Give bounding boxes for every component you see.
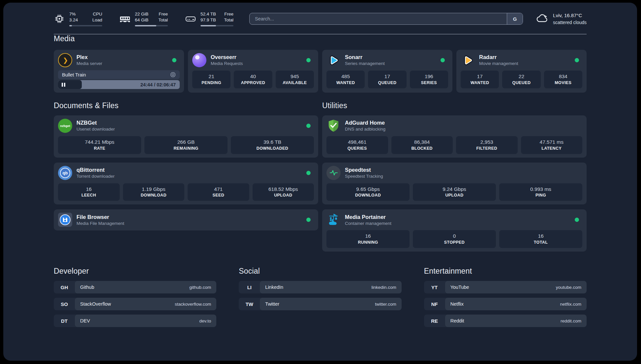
stat-ping: 0.993 ms PING xyxy=(499,183,582,201)
status-online-dot xyxy=(575,58,579,62)
app-card-sonarr[interactable]: Sonarr Series management 485 WANTED 17 Q… xyxy=(322,50,452,93)
app-card-nzbget[interactable]: nzbget NZBGet Usenet downloader 744.21 M… xyxy=(54,115,318,158)
weather-location-temp: Lviv, 16.87°C xyxy=(553,12,587,19)
sonarr-icon xyxy=(326,53,341,67)
media-card-grid: ❯ Plex Media server Bullet Train xyxy=(54,50,587,93)
cpu-label: CPU xyxy=(92,11,102,17)
app-description: Speedtest Tracking xyxy=(345,173,383,179)
memory-total-label: Total xyxy=(158,17,168,23)
cloud-icon xyxy=(535,13,549,25)
app-card-adguard[interactable]: AdGuard Home DNS and adblocking 498,461 … xyxy=(322,115,587,158)
link-youtube[interactable]: YT YouTube youtube.com xyxy=(424,281,587,293)
link-name: Netflix xyxy=(450,301,464,307)
stat-seed: 471 SEED xyxy=(188,183,249,201)
search-input[interactable] xyxy=(250,13,507,24)
section-title-developer: Developer xyxy=(54,267,216,276)
section-title-documents: Documents & Files xyxy=(54,101,318,110)
system-metrics: 7% 3.24 CPU Load xyxy=(54,11,233,26)
link-url: netflix.com xyxy=(560,302,581,307)
nzbget-icon: nzbget xyxy=(58,119,72,133)
link-twitter[interactable]: TW Twitter twitter.com xyxy=(239,298,401,310)
section-title-utilities: Utilities xyxy=(322,101,587,110)
stat-pending: 21 PENDING xyxy=(192,71,230,88)
metric-cpu: 7% 3.24 CPU Load xyxy=(54,11,102,26)
link-name: LinkedIn xyxy=(265,285,283,290)
status-online-dot xyxy=(172,58,176,62)
stat-wanted: 17 WANTED xyxy=(461,71,499,88)
app-name: Plex xyxy=(76,54,102,61)
ram-icon xyxy=(119,14,131,24)
disk-free-value: 52.4 TB xyxy=(200,11,216,17)
app-description: Media Requests xyxy=(211,61,243,67)
link-abbr-badge: RE xyxy=(424,315,445,327)
portainer-icon xyxy=(326,213,341,227)
memory-free-label: Free xyxy=(158,11,168,17)
link-url: reddit.com xyxy=(561,318,581,323)
search-engine-button[interactable]: G xyxy=(507,13,523,24)
link-name: YouTube xyxy=(450,285,469,290)
link-dev-to[interactable]: DT DEV dev.to xyxy=(54,315,216,327)
app-card-qbittorrent[interactable]: qb qBittorrent Torrent downloader 16 xyxy=(54,163,318,205)
overseerr-icon xyxy=(192,53,206,67)
pause-icon xyxy=(62,83,65,87)
stat-stopped: 0 STOPPED xyxy=(413,230,496,248)
stat-upload: 618.52 Mbps UPLOAD xyxy=(253,183,314,201)
stat-running: 16 RUNNING xyxy=(326,230,410,248)
app-card-filebrowser[interactable]: File Browser Media File Management xyxy=(54,209,318,230)
app-description: Movie management xyxy=(479,61,518,67)
memory-free-value: 22 GiB xyxy=(135,11,148,17)
memory-progress-bar xyxy=(135,25,168,27)
app-description: Series management xyxy=(345,61,385,67)
link-name: StackOverflow xyxy=(80,301,111,307)
status-online-dot xyxy=(306,218,311,222)
link-stackoverflow[interactable]: SO StackOverflow stackoverflow.com xyxy=(54,298,216,310)
link-url: stackoverflow.com xyxy=(175,302,211,307)
app-name: File Browser xyxy=(76,214,124,221)
app-card-speedtest[interactable]: Speedtest Speedtest Tracking 9.65 Gbps D… xyxy=(322,163,587,205)
status-online-dot xyxy=(441,58,445,62)
link-abbr-badge: LI xyxy=(239,281,260,293)
stat-approved: 40 APPROVED xyxy=(234,71,272,88)
stat-series: 196 SERIES xyxy=(410,71,448,88)
stat-available: 945 AVAILABLE xyxy=(276,71,314,88)
link-url: youtube.com xyxy=(556,285,581,290)
stat-upload: 9.24 Gbps UPLOAD xyxy=(413,183,496,201)
stat-download: 1.19 Gbps DOWNLOAD xyxy=(123,183,185,201)
qbittorrent-icon: qb xyxy=(58,166,72,180)
app-card-plex[interactable]: ❯ Plex Media server Bullet Train xyxy=(54,50,184,93)
plex-icon: ❯ xyxy=(58,53,72,67)
link-url: github.com xyxy=(189,285,211,290)
status-online-dot xyxy=(306,58,311,62)
playback-progress-bar: 24:44 / 02:06:47 xyxy=(58,80,180,89)
stat-queries: 498,461 QUERIES xyxy=(326,136,388,154)
section-title-entertainment: Entertainment xyxy=(424,267,587,276)
link-abbr-badge: DT xyxy=(54,315,75,327)
app-name: AdGuard Home xyxy=(345,119,385,126)
stat-wanted: 485 WANTED xyxy=(326,71,365,88)
stat-latency: 47.571 ms LATENCY xyxy=(521,136,583,154)
section-title-media: Media xyxy=(54,34,587,43)
link-linkedin[interactable]: LI LinkedIn linkedin.com xyxy=(239,281,401,293)
cpu-usage-percent: 7% xyxy=(69,11,78,17)
stat-total: 16 TOTAL xyxy=(499,230,582,248)
adguard-icon xyxy=(326,119,341,133)
link-github[interactable]: GH Github github.com xyxy=(54,281,216,293)
memory-progress-fill xyxy=(135,25,156,27)
player-settings-icon[interactable] xyxy=(170,72,176,77)
app-card-overseerr[interactable]: Overseerr Media Requests 21 PENDING 40 A… xyxy=(188,50,318,93)
radarr-icon xyxy=(461,53,475,67)
app-name: Radarr xyxy=(479,54,518,61)
stat-filtered: 2,953 FILTERED xyxy=(456,136,518,154)
weather-widget: Lviv, 16.87°C scattered clouds xyxy=(535,12,587,26)
link-name: DEV xyxy=(80,318,90,323)
link-reddit[interactable]: RE Reddit reddit.com xyxy=(424,315,587,327)
link-url: twitter.com xyxy=(375,302,396,307)
weather-condition: scattered clouds xyxy=(553,19,587,26)
memory-total-value: 64 GiB xyxy=(135,17,148,23)
app-description: DNS and adblocking xyxy=(345,126,385,132)
app-card-portainer[interactable]: Media Portainer Container management 16 … xyxy=(322,209,587,252)
link-netflix[interactable]: NF Netflix netflix.com xyxy=(424,298,587,310)
header-divider xyxy=(54,34,587,34)
app-card-radarr[interactable]: Radarr Movie management 17 WANTED 22 QUE… xyxy=(456,50,587,93)
section-title-social: Social xyxy=(239,267,401,276)
